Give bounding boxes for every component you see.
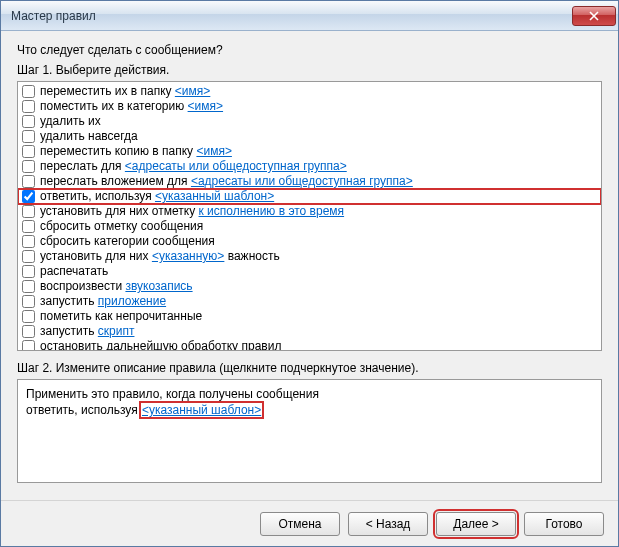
action-checkbox[interactable] (22, 340, 35, 350)
action-text: распечатать (40, 264, 108, 279)
action-checkbox[interactable] (22, 325, 35, 338)
action-checkbox[interactable] (22, 175, 35, 188)
desc-line2: ответить, используя <указанный шаблон> (26, 402, 593, 418)
titlebar: Мастер правил (1, 1, 618, 31)
step1-label: Шаг 1. Выберите действия. (17, 63, 602, 77)
action-row[interactable]: установить для них <указанную> важность (18, 249, 601, 264)
action-row[interactable]: установить для них отметку к исполнению … (18, 204, 601, 219)
action-row[interactable]: ответить, используя <указанный шаблон> (18, 189, 601, 204)
action-text: запустить скрипт (40, 324, 134, 339)
action-text: ответить, используя <указанный шаблон> (40, 189, 274, 204)
action-checkbox[interactable] (22, 145, 35, 158)
action-row[interactable]: переместить копию в папку <имя> (18, 144, 601, 159)
action-text: запустить приложение (40, 294, 166, 309)
action-row[interactable]: поместить их в категорию <имя> (18, 99, 601, 114)
action-link[interactable]: <адресаты или общедоступная группа> (125, 159, 347, 173)
action-checkbox[interactable] (22, 220, 35, 233)
window-title: Мастер правил (11, 9, 572, 23)
action-checkbox[interactable] (22, 190, 35, 203)
action-checkbox[interactable] (22, 280, 35, 293)
action-link[interactable]: приложение (98, 294, 166, 308)
action-checkbox[interactable] (22, 250, 35, 263)
action-checkbox[interactable] (22, 115, 35, 128)
prompt-text: Что следует сделать с сообщением? (17, 43, 602, 57)
action-text: воспроизвести звукозапись (40, 279, 193, 294)
action-checkbox[interactable] (22, 265, 35, 278)
action-row[interactable]: переслать вложением для <адресаты или об… (18, 174, 601, 189)
action-text: удалить их (40, 114, 101, 129)
actions-scroll[interactable]: переместить их в папку <имя>поместить их… (18, 82, 601, 350)
next-button[interactable]: Далее > (436, 512, 516, 536)
cancel-button[interactable]: Отмена (260, 512, 340, 536)
action-checkbox[interactable] (22, 160, 35, 173)
action-row[interactable]: удалить их (18, 114, 601, 129)
action-link[interactable]: скрипт (98, 324, 135, 338)
action-checkbox[interactable] (22, 235, 35, 248)
action-text: сбросить категории сообщения (40, 234, 215, 249)
desc-line1: Применить это правило, когда получены со… (26, 386, 593, 402)
action-text: удалить навсегда (40, 129, 138, 144)
step2-label: Шаг 2. Измените описание правила (щелкни… (17, 361, 602, 375)
action-text: сбросить отметку сообщения (40, 219, 203, 234)
action-link[interactable]: <имя> (188, 99, 223, 113)
action-row[interactable]: удалить навсегда (18, 129, 601, 144)
action-text: пометить как непрочитанные (40, 309, 202, 324)
action-row[interactable]: переслать для <адресаты или общедоступна… (18, 159, 601, 174)
action-link[interactable]: <указанную> (152, 249, 225, 263)
wizard-content: Что следует сделать с сообщением? Шаг 1.… (1, 31, 618, 500)
action-text: переслать вложением для <адресаты или об… (40, 174, 413, 189)
action-link[interactable]: <адресаты или общедоступная группа> (191, 174, 413, 188)
action-row[interactable]: сбросить категории сообщения (18, 234, 601, 249)
action-row[interactable]: переместить их в папку <имя> (18, 84, 601, 99)
action-checkbox[interactable] (22, 310, 35, 323)
action-text: установить для них <указанную> важность (40, 249, 280, 264)
action-text: переместить копию в папку <имя> (40, 144, 232, 159)
action-row[interactable]: пометить как непрочитанные (18, 309, 601, 324)
desc-template-link[interactable]: <указанный шаблон> (141, 403, 262, 417)
action-checkbox[interactable] (22, 130, 35, 143)
rules-wizard-window: Мастер правил Что следует сделать с сооб… (0, 0, 619, 547)
action-row[interactable]: остановить дальнейшую обработку правил (18, 339, 601, 350)
action-row[interactable]: сбросить отметку сообщения (18, 219, 601, 234)
action-link[interactable]: <имя> (175, 84, 210, 98)
action-text: переместить их в папку <имя> (40, 84, 210, 99)
actions-listbox: переместить их в папку <имя>поместить их… (17, 81, 602, 351)
action-link[interactable]: к исполнению в это время (199, 204, 345, 218)
action-checkbox[interactable] (22, 85, 35, 98)
close-icon (589, 11, 599, 21)
wizard-footer: Отмена < Назад Далее > Готово (1, 500, 618, 546)
action-link[interactable]: звукозапись (125, 279, 192, 293)
back-button[interactable]: < Назад (348, 512, 428, 536)
action-row[interactable]: запустить скрипт (18, 324, 601, 339)
action-checkbox[interactable] (22, 205, 35, 218)
action-text: поместить их в категорию <имя> (40, 99, 223, 114)
action-checkbox[interactable] (22, 100, 35, 113)
action-text: остановить дальнейшую обработку правил (40, 339, 281, 350)
close-button[interactable] (572, 6, 616, 26)
finish-button[interactable]: Готово (524, 512, 604, 536)
action-row[interactable]: воспроизвести звукозапись (18, 279, 601, 294)
action-link[interactable]: <имя> (196, 144, 231, 158)
action-text: установить для них отметку к исполнению … (40, 204, 344, 219)
rule-description-box: Применить это правило, когда получены со… (17, 379, 602, 483)
action-checkbox[interactable] (22, 295, 35, 308)
action-row[interactable]: запустить приложение (18, 294, 601, 309)
desc-line2-prefix: ответить, используя (26, 403, 141, 417)
action-link[interactable]: <указанный шаблон> (155, 189, 274, 203)
action-text: переслать для <адресаты или общедоступна… (40, 159, 347, 174)
action-row[interactable]: распечатать (18, 264, 601, 279)
